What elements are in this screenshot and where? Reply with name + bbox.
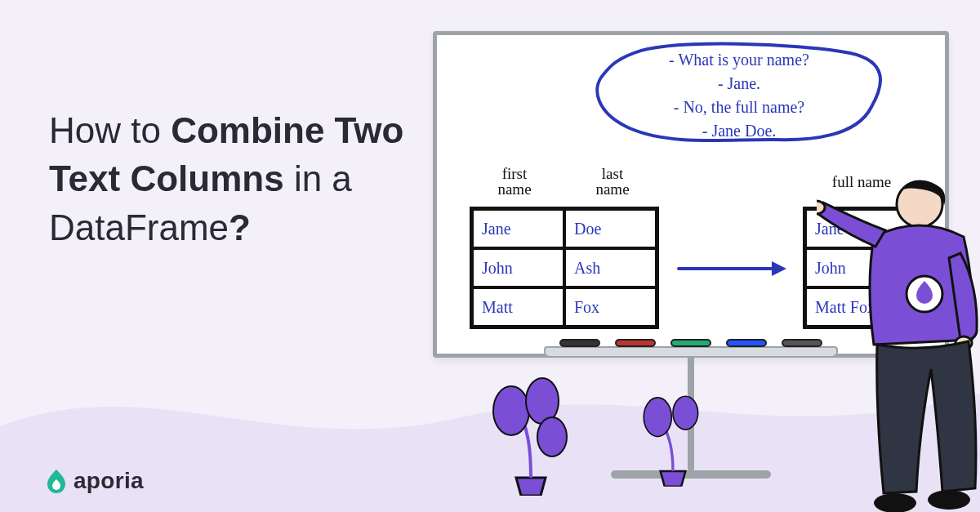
svg-point-10 — [928, 490, 970, 510]
table-cell: Fox — [564, 287, 657, 327]
dialogue-line-2: - Jane. — [600, 72, 878, 96]
dialogue-bubble: - What is your name? - Jane. - No, the f… — [600, 48, 878, 143]
dialogue-line-4: - Jane Doe. — [600, 119, 878, 143]
arrow-icon — [675, 258, 790, 279]
marker-icon — [726, 339, 767, 347]
svg-point-5 — [673, 396, 698, 430]
title-pre: How to — [49, 110, 171, 150]
table-cell: John — [472, 248, 564, 287]
table-cell: Jane — [472, 209, 564, 248]
brand-icon — [46, 469, 67, 493]
dialogue-line-1: - What is your name? — [600, 48, 878, 72]
brand-name: aporia — [74, 468, 144, 494]
svg-point-9 — [874, 493, 916, 512]
page-title: How to Combine Two Text Columns in a Dat… — [49, 106, 425, 252]
plant-icon — [482, 373, 580, 496]
svg-point-1 — [493, 386, 529, 435]
presenter-person — [817, 180, 980, 512]
col-header-first: first name — [470, 166, 559, 197]
table-cell: Ash — [564, 248, 657, 287]
svg-point-6 — [817, 201, 825, 214]
marker-icon — [615, 339, 656, 347]
svg-point-3 — [537, 417, 567, 456]
plant-icon — [631, 382, 715, 487]
title-mark: ? — [229, 207, 251, 247]
brand-logo: aporia — [46, 468, 144, 494]
marker-icon — [559, 339, 600, 347]
svg-point-4 — [644, 398, 671, 437]
table-cell: Matt — [472, 287, 564, 327]
table-cell: Doe — [564, 209, 657, 248]
col-header-last: last name — [568, 166, 657, 197]
marker-icon — [670, 339, 711, 347]
input-table: Jane Doe John Ash Matt Fox — [470, 207, 659, 329]
dialogue-line-3: - No, the full name? — [600, 96, 878, 119]
